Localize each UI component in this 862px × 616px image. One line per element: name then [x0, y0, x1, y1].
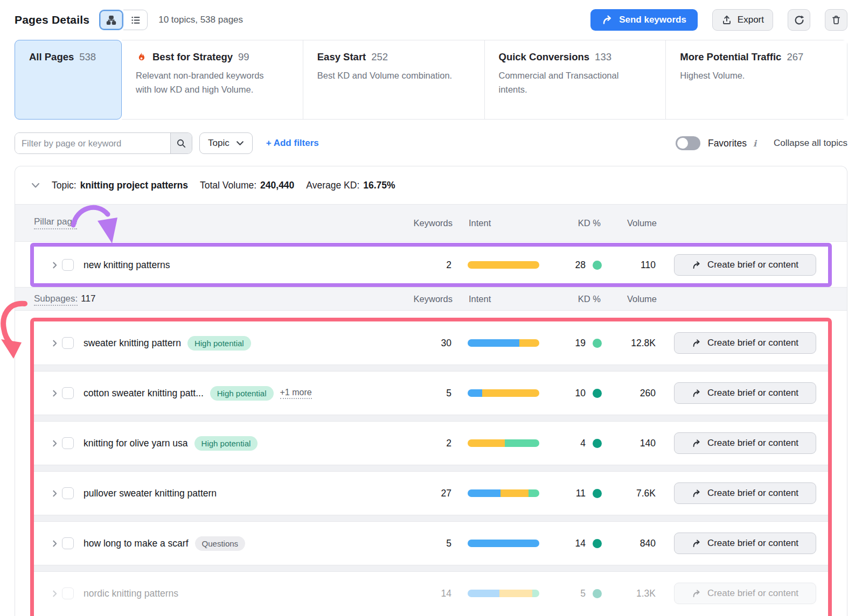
intent-segment-blue [468, 389, 482, 397]
row-checkbox[interactable] [62, 387, 74, 399]
row-badge: Questions [195, 536, 246, 551]
favorites-toggle[interactable] [676, 136, 700, 150]
volume-value: 1.3K [602, 588, 656, 599]
row-checkbox[interactable] [62, 487, 74, 499]
page-row: sweater knitting patternHigh potential30… [34, 321, 828, 365]
volume-value: 110 [602, 260, 656, 271]
create-brief-button[interactable]: Create brief or content [674, 332, 816, 354]
create-brief-button[interactable]: Create brief or content [674, 254, 816, 276]
add-filters-link[interactable]: + Add filters [266, 138, 319, 149]
page-name-cell: sweater knitting patternHigh potential [84, 336, 403, 351]
filter-bar: Topic + Add filters Favorites i Collapse… [15, 132, 847, 154]
intent-segment-yellow [468, 439, 505, 447]
kd-value: 10 [559, 388, 586, 399]
brief-arrow-icon [692, 489, 702, 498]
delete-button[interactable] [825, 9, 847, 31]
expand-row-chevron[interactable] [47, 389, 62, 397]
collapse-all-topics-link[interactable]: Collapse all topics [774, 138, 847, 149]
more-badges-link[interactable]: +1 more [280, 388, 312, 399]
export-button[interactable]: Export [712, 9, 773, 31]
intent-segment-yellow [500, 489, 529, 497]
expand-row-chevron[interactable] [47, 439, 62, 447]
page-row: pullover sweater knitting pattern27117.6… [34, 472, 828, 515]
collapse-topic-chevron[interactable] [31, 183, 40, 188]
brief-arrow-icon [692, 439, 702, 448]
kd-value: 28 [559, 260, 586, 271]
search-input[interactable] [15, 133, 170, 153]
refresh-icon [794, 15, 805, 26]
average-kd-value: 16.75% [363, 180, 395, 191]
page-title: Pages Details [15, 13, 89, 26]
tab-more-potential-traffic[interactable]: More Potential Traffic 267 Highest Volum… [665, 40, 847, 119]
intent-bar [468, 339, 539, 347]
create-brief-button[interactable]: Create brief or content [674, 533, 816, 554]
summary-tabs: All Pages 538 Best for Strategy 99 Relev… [15, 40, 847, 120]
info-icon[interactable]: i [753, 138, 756, 149]
create-brief-label: Create brief or content [707, 488, 798, 499]
topic-header-row: Topic: knitting project patterns Total V… [15, 166, 847, 204]
search-icon [176, 138, 186, 149]
search-button[interactable] [170, 133, 192, 153]
tab-quick-conversions[interactable]: Quick Conversions 133 Commercial and Tra… [484, 40, 666, 119]
intent-segment-yellow [499, 590, 532, 597]
page-name[interactable]: pullover sweater knitting pattern [84, 488, 217, 499]
expand-row-chevron[interactable] [47, 339, 62, 347]
subpages-label[interactable]: Subpages: [34, 293, 78, 306]
page-name[interactable]: sweater knitting pattern [84, 338, 181, 349]
row-badge: High potential [194, 436, 258, 451]
page-row: cotton sweater knitting patt...High pote… [34, 372, 828, 415]
volume-value: 140 [602, 438, 656, 449]
create-brief-button[interactable]: Create brief or content [674, 583, 816, 604]
keywords-count: 27 [403, 488, 451, 499]
row-checkbox[interactable] [62, 537, 74, 549]
brief-arrow-icon [692, 339, 702, 348]
create-brief-button[interactable]: Create brief or content [674, 382, 816, 404]
intent-segment-green [532, 590, 539, 597]
create-brief-label: Create brief or content [707, 588, 798, 599]
tab-easy-start[interactable]: Easy Start 252 Best KD and Volume combin… [303, 40, 484, 119]
brief-arrow-icon [692, 389, 702, 398]
expand-row-chevron[interactable] [47, 540, 62, 548]
row-checkbox[interactable] [62, 587, 74, 599]
create-brief-label: Create brief or content [707, 260, 798, 270]
tree-view-button[interactable] [99, 10, 123, 30]
intent-bar [468, 439, 539, 447]
row-separator [34, 415, 828, 422]
create-brief-button[interactable]: Create brief or content [674, 482, 816, 504]
intent-segment-green [529, 489, 539, 497]
page-name[interactable]: how long to make a scarf [84, 538, 189, 549]
page-row: nordic knitting patterns1451.3KCreate br… [34, 572, 828, 615]
brief-arrow-icon [692, 539, 702, 548]
page-name[interactable]: knitting for olive yarn usa [84, 438, 188, 449]
row-checkbox[interactable] [62, 259, 74, 271]
favorites-label: Favorites [708, 138, 747, 149]
send-keywords-button[interactable]: Send keywords [590, 9, 698, 31]
expand-row-chevron[interactable] [47, 590, 62, 598]
tab-best-for-strategy[interactable]: Best for Strategy 99 Relevant non-brande… [122, 40, 303, 119]
refresh-button[interactable] [788, 9, 810, 31]
page-name[interactable]: cotton sweater knitting patt... [84, 388, 204, 399]
chevron-down-icon [236, 141, 244, 146]
intent-bar [468, 540, 539, 547]
brief-arrow-icon [692, 261, 702, 270]
expand-row-chevron[interactable] [47, 489, 62, 498]
pillar-page-label[interactable]: Pillar page [34, 216, 77, 229]
create-brief-label: Create brief or content [707, 338, 798, 348]
kd-difficulty-dot [593, 261, 602, 270]
row-checkbox[interactable] [62, 337, 74, 349]
list-view-button[interactable] [123, 10, 148, 30]
list-icon [130, 15, 141, 26]
page-name[interactable]: new knitting patterns [84, 260, 170, 271]
pillar-annotation-frame: new knitting patterns228110Create brief … [30, 243, 832, 287]
create-brief-button[interactable]: Create brief or content [674, 432, 816, 454]
expand-row-chevron[interactable] [47, 261, 62, 269]
page-name[interactable]: nordic knitting patterns [84, 588, 178, 599]
trash-icon [831, 15, 842, 25]
kd-value: 11 [559, 488, 586, 499]
page-name-cell: pullover sweater knitting pattern [84, 488, 403, 499]
topic-filter-dropdown[interactable]: Topic [199, 132, 253, 154]
row-checkbox[interactable] [62, 437, 74, 449]
subpages-annotation-frame: sweater knitting patternHigh potential30… [30, 318, 832, 616]
keywords-count: 14 [403, 588, 451, 599]
tab-all-pages[interactable]: All Pages 538 [15, 40, 122, 120]
